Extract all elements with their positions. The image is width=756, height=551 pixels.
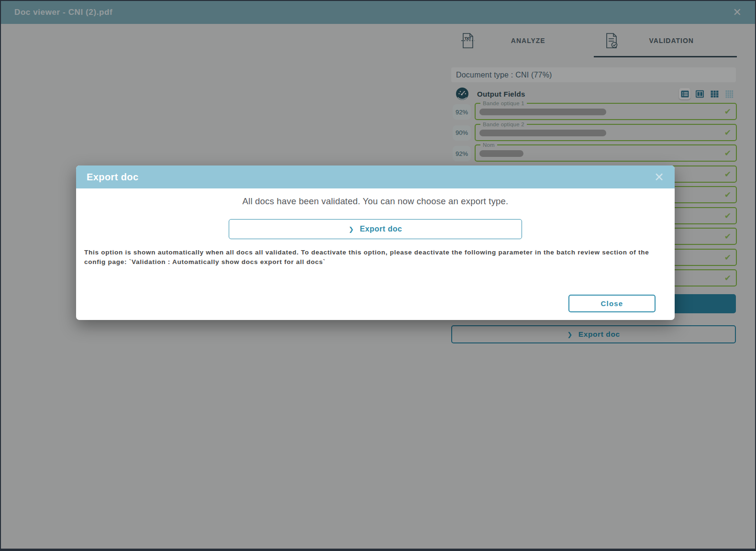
modal-export-doc-button[interactable]: ❯ Export doc bbox=[229, 219, 522, 239]
modal-close-icon[interactable]: ✕ bbox=[654, 171, 664, 183]
modal-title: Export doc bbox=[87, 172, 138, 183]
modal-close-button[interactable]: Close bbox=[568, 295, 656, 312]
app-window: Doc viewer - CNI (2).pdf ✕ TXT ANALYZ bbox=[0, 0, 756, 551]
modal-export-doc-button-label: Export doc bbox=[360, 225, 402, 233]
modal-note: This option is shown automatically when … bbox=[84, 248, 667, 267]
modal-header: Export doc ✕ bbox=[76, 165, 675, 188]
chevron-right-icon: ❯ bbox=[349, 226, 354, 233]
modal-message: All docs have been validated. You can no… bbox=[76, 196, 675, 207]
export-doc-modal: Export doc ✕ All docs have been validate… bbox=[76, 165, 675, 320]
